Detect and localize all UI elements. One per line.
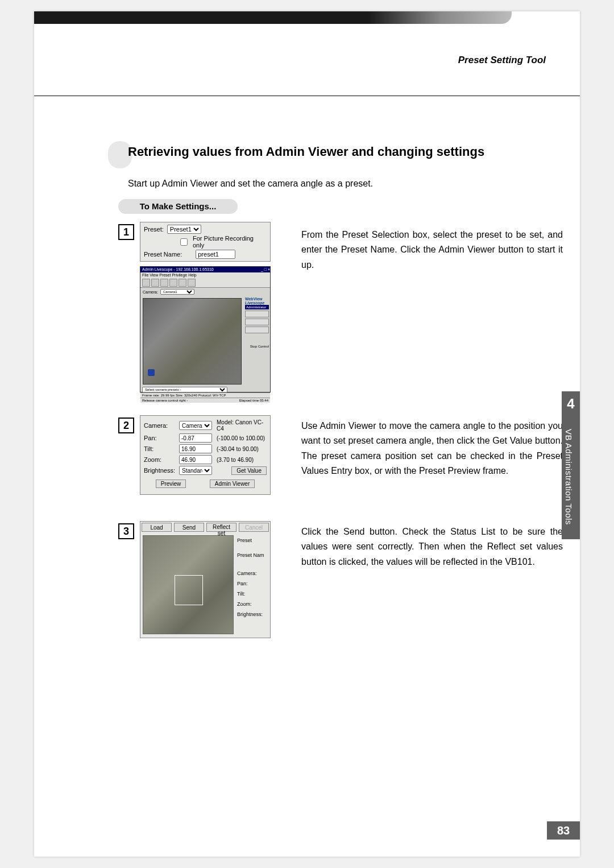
step-1-number: 1 — [118, 224, 134, 240]
page-number: 83 — [547, 821, 580, 840]
zoom-input[interactable] — [179, 455, 212, 464]
preview-image[interactable] — [143, 535, 234, 634]
preset-panel: Preset: Preset1 For Picture Recording on… — [140, 222, 271, 262]
tilt-range: (-30.04 to 90.00) — [217, 446, 267, 452]
label-preset: Preset — [237, 535, 269, 545]
viewer-camera-label: Camera: — [143, 290, 158, 294]
load-button[interactable]: Load — [142, 523, 172, 532]
webview-label: WebView — [245, 297, 269, 301]
livescope-label: Livescope — [245, 301, 269, 305]
step-3-description: Click the Send button. Check the Status … — [301, 524, 563, 569]
label-tilt: Tilt: — [237, 589, 269, 599]
send-button[interactable]: Send — [174, 523, 204, 532]
brightness-select[interactable]: Standard — [179, 466, 212, 475]
page: Preset Setting Tool Retrieving values fr… — [34, 11, 580, 857]
preset-label: Preset: — [144, 226, 164, 233]
toolbar-button[interactable] — [188, 279, 196, 287]
get-value-button[interactable]: Get Value — [231, 466, 267, 475]
for-picture-checkbox[interactable] — [180, 238, 188, 246]
preset-dropdown[interactable]: Select camera presets - — [142, 387, 227, 392]
model-label: Model: — [217, 419, 234, 425]
tilt-label: Tilt: — [144, 445, 177, 452]
tilt-input[interactable] — [179, 444, 212, 453]
release-right-text: Release camera control right - — [142, 399, 188, 402]
label-brightness: Brightness: — [237, 609, 269, 619]
toolbar-button[interactable] — [142, 279, 150, 287]
header-rule — [34, 96, 580, 96]
chapter-tab: 4 VB Administration Tools — [562, 391, 580, 539]
label-pan: Pan: — [237, 578, 269, 589]
step-1-description: From the Preset Selection box, select th… — [301, 228, 563, 272]
pan-label: Pan: — [144, 435, 177, 441]
viewer-status-1: Frame rate: 29.99 fps Size: 320x240 Prot… — [140, 392, 270, 398]
section-heading: Retrieving values from Admin Viewer and … — [128, 144, 484, 159]
administrator-badge: Administrator — [245, 305, 269, 309]
toolbar-button[interactable] — [169, 279, 177, 287]
viewer-titlebar: Admin Livescope - 192.168.100.1:65310 _ … — [140, 267, 270, 272]
preset-name-label: Preset Name: — [144, 251, 182, 258]
side-control[interactable] — [245, 311, 269, 317]
pan-range: (-100.00 to 100.00) — [217, 435, 267, 441]
camera-label: Camera: — [144, 422, 177, 429]
preset-select[interactable]: Preset1 — [167, 225, 201, 234]
brightness-label: Brightness: — [144, 467, 177, 474]
selection-box[interactable] — [175, 575, 202, 606]
camera-select[interactable]: Camera1 — [179, 421, 212, 430]
header-bar — [34, 11, 512, 24]
for-picture-label: For Picture Recording only — [193, 235, 267, 249]
viewer-status-2: Release camera control right - Elapsed t… — [140, 398, 270, 403]
admin-viewer-button[interactable]: Admin Viewer — [210, 480, 255, 488]
header-title: Preset Setting Tool — [458, 55, 546, 66]
camera-values-panel: Camera: Camera1 Model: Canon VC-C4 Pan: … — [140, 415, 271, 495]
preset-name-input[interactable] — [196, 250, 235, 259]
make-settings-pill: To Make Settings... — [118, 199, 238, 214]
intro-text: Start up Admin Viewer and set the camera… — [128, 179, 373, 189]
toolbar-button[interactable] — [160, 279, 168, 287]
toolbar-button[interactable] — [151, 279, 159, 287]
viewer-live-image[interactable] — [143, 298, 242, 385]
elapsed-time: Elapsed time 05:44 — [239, 399, 268, 402]
preview-button[interactable]: Preview — [156, 480, 186, 488]
viewer-side-panel: WebView Livescope Administrator Stop Con… — [244, 296, 270, 387]
step-2-number: 2 — [118, 418, 134, 433]
step-3-number: 3 — [118, 523, 134, 539]
preview-labels: Preset Preset Nam Camera: Pan: Tilt: Zoo… — [236, 533, 270, 636]
toolbar-button[interactable] — [179, 279, 186, 287]
step-2-description: Use Admin Viewer to move the camera angl… — [301, 419, 563, 479]
zoom-range: (3.70 to 46.90) — [217, 457, 267, 463]
chapter-number: 4 — [562, 396, 580, 412]
cancel-button: Cancel — [239, 523, 269, 532]
chapter-title: VB Administration Tools — [564, 429, 574, 525]
side-control[interactable] — [245, 326, 269, 333]
admin-viewer-window: Admin Livescope - 192.168.100.1:65310 _ … — [140, 266, 271, 392]
label-camera: Camera: — [237, 568, 269, 578]
viewer-toolbar — [140, 278, 270, 288]
label-preset-name: Preset Nam — [237, 550, 269, 560]
send-panel: Load Send Reflect set values Cancel Pres… — [140, 521, 271, 638]
viewer-menubar[interactable]: File View Preset Privilege Help — [140, 272, 270, 278]
label-zoom: Zoom: — [237, 599, 269, 609]
pan-input[interactable] — [179, 433, 212, 443]
zoom-label: Zoom: — [144, 456, 177, 463]
stop-control-button[interactable]: Stop Control — [245, 345, 269, 348]
window-controls[interactable]: _ □ × — [261, 267, 270, 272]
viewer-camera-select[interactable]: Camera1 — [160, 289, 194, 295]
side-control[interactable] — [245, 319, 269, 325]
viewer-title-text: Admin Livescope - 192.168.100.1:65310 — [142, 267, 214, 272]
reflect-button[interactable]: Reflect set values — [206, 523, 237, 532]
